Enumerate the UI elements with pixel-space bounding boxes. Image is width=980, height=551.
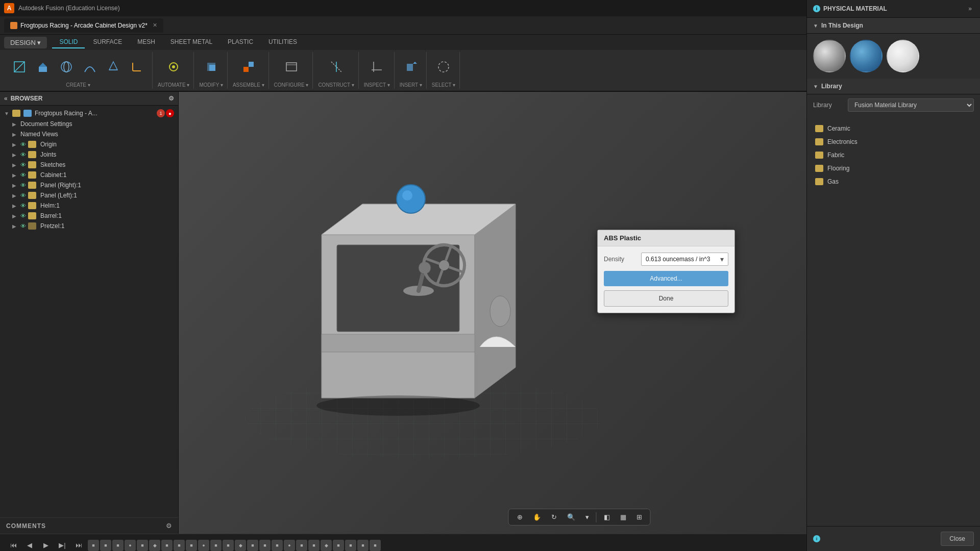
timeline-op-13[interactable]: ◆	[235, 540, 246, 551]
timeline-op-15[interactable]: ■	[259, 540, 271, 551]
tab-close-button[interactable]: ✕	[153, 22, 157, 29]
timeline-op-8[interactable]: ■	[174, 540, 185, 551]
assemble-button[interactable]	[237, 54, 260, 80]
environment-button[interactable]: ⊞	[632, 511, 646, 523]
eye-icon-helm[interactable]: 👁	[20, 203, 26, 209]
tab-utilities[interactable]: UTILITIES	[261, 36, 304, 48]
close-panel-button[interactable]: Close	[941, 532, 974, 546]
visual-style-button[interactable]: ▦	[616, 511, 630, 523]
comments-section[interactable]: COMMENTS ⚙	[0, 517, 178, 534]
tab-plastic[interactable]: PLASTIC	[220, 36, 260, 48]
timeline-op-9[interactable]: ■	[186, 540, 197, 551]
timeline-op-19[interactable]: ■	[308, 540, 320, 551]
timeline-op-22[interactable]: ■	[345, 540, 356, 551]
timeline-op-4[interactable]: ●	[125, 540, 136, 551]
timeline-op-6[interactable]: ◆	[149, 540, 160, 551]
in-this-design-section[interactable]: ▼ In This Design	[807, 18, 980, 34]
timeline-op-17[interactable]: ●	[284, 540, 295, 551]
insert-button[interactable]	[400, 54, 422, 80]
orbit-button[interactable]: ↻	[547, 511, 561, 523]
timeline-op-23[interactable]: ■	[357, 540, 369, 551]
timeline-op-3[interactable]: ■	[112, 540, 124, 551]
timeline-op-24[interactable]: ■	[370, 540, 381, 551]
zoom-button[interactable]: 🔍	[563, 511, 579, 523]
timeline-first-button[interactable]: ⏮	[6, 538, 20, 552]
select-button[interactable]	[432, 54, 455, 80]
timeline-op-1[interactable]: ■	[88, 540, 99, 551]
tab-sheet-metal[interactable]: SHEET METAL	[163, 36, 219, 48]
eye-icon-pretzel[interactable]: 👁	[20, 223, 26, 229]
pan-button[interactable]: ✋	[529, 511, 545, 523]
advanced-button[interactable]: Advanced...	[604, 271, 728, 286]
tree-item-cabinet[interactable]: ▶ 👁 Cabinet:1	[8, 170, 178, 180]
tree-item-origin[interactable]: ▶ 👁 Origin	[8, 139, 178, 149]
extrude-button[interactable]	[32, 54, 54, 80]
tab-surface[interactable]: SURFACE	[86, 36, 129, 48]
timeline-op-12[interactable]: ■	[223, 540, 234, 551]
eye-icon-panel-right[interactable]: 👁	[20, 182, 26, 188]
panel-expand-button[interactable]: »	[966, 4, 974, 13]
display-mode-button[interactable]: ◧	[600, 511, 614, 523]
tree-item-panel-right[interactable]: ▶ 👁 Panel (Right):1	[8, 180, 178, 190]
timeline-last-button[interactable]: ⏭	[71, 538, 86, 552]
category-ceramic[interactable]: Ceramic	[807, 122, 980, 135]
timeline-op-7[interactable]: ■	[161, 540, 173, 551]
browser-collapse-button[interactable]: «	[4, 95, 8, 102]
timeline-next-button[interactable]: ▶|	[55, 538, 69, 552]
eye-icon-cabinet[interactable]: 👁	[20, 172, 26, 178]
zoom-dropdown[interactable]: ▾	[581, 511, 593, 523]
loft-button[interactable]	[102, 54, 125, 80]
timeline-op-16[interactable]: ■	[272, 540, 283, 551]
tree-item-named-views[interactable]: ▶ Named Views	[8, 129, 178, 139]
eye-icon-panel-left[interactable]: 👁	[20, 192, 26, 198]
tree-item-sketches[interactable]: ▶ 👁 Sketches	[8, 160, 178, 170]
category-flooring[interactable]: Flooring	[807, 162, 980, 175]
density-input[interactable]: 0.613 ouncemass / in^3 ▾	[641, 253, 728, 266]
library-section-header[interactable]: ▼ Library	[807, 79, 980, 94]
tab-solid[interactable]: SOLID	[52, 36, 85, 48]
timeline-play-button[interactable]: ▶	[39, 538, 53, 552]
active-tab[interactable]: Frogtopus Racing - Arcade Cabinet Design…	[4, 18, 163, 33]
timeline-prev-button[interactable]: ◀	[22, 538, 37, 552]
revolve-button[interactable]	[55, 54, 78, 80]
timeline-op-20[interactable]: ◆	[321, 540, 332, 551]
tree-item-helm[interactable]: ▶ 👁 Helm:1	[8, 201, 178, 211]
browser-settings-icon[interactable]: ⚙	[168, 95, 174, 102]
material-swatch-white[interactable]	[887, 40, 919, 72]
timeline-op-11[interactable]: ■	[210, 540, 222, 551]
timeline-op-18[interactable]: ■	[296, 540, 307, 551]
timeline-op-2[interactable]: ■	[100, 540, 111, 551]
design-mode-button[interactable]: DESIGN ▾	[4, 37, 47, 48]
category-gas[interactable]: Gas	[807, 175, 980, 188]
tree-item-pretzel[interactable]: ▶ 👁 Pretzel:1	[8, 221, 178, 231]
tree-item-doc-settings[interactable]: ▶ Document Settings	[8, 119, 178, 129]
timeline-op-10[interactable]: ●	[198, 540, 209, 551]
timeline-op-21[interactable]: ■	[333, 540, 344, 551]
automate-button[interactable]	[162, 54, 185, 80]
timeline-op-5[interactable]: ■	[137, 540, 148, 551]
inspect-button[interactable]	[365, 54, 388, 80]
density-dropdown-icon[interactable]: ▾	[720, 255, 724, 263]
category-fabric[interactable]: Fabric	[807, 148, 980, 162]
sweep-button[interactable]	[79, 54, 101, 80]
eye-icon-barrel[interactable]: 👁	[20, 213, 26, 219]
done-button[interactable]: Done	[604, 290, 728, 307]
tree-item-panel-left[interactable]: ▶ 👁 Panel (Left):1	[8, 190, 178, 201]
category-electronics[interactable]: Electronics	[807, 135, 980, 148]
eye-icon-sketches[interactable]: 👁	[20, 162, 26, 168]
material-swatch-metal[interactable]	[813, 40, 846, 72]
eye-icon-joints[interactable]: 👁	[20, 152, 26, 158]
material-swatch-blue[interactable]	[850, 40, 883, 72]
library-dropdown[interactable]: Fusion Material Library	[848, 98, 974, 112]
tree-item-root[interactable]: ▼ Frogtopus Racing - A... 1 ●	[0, 108, 178, 119]
tab-mesh[interactable]: MESH	[130, 36, 162, 48]
construct-button[interactable]	[325, 54, 348, 80]
configure-button[interactable]	[280, 54, 303, 80]
comments-settings-icon[interactable]: ⚙	[166, 522, 172, 530]
tree-item-joints[interactable]: ▶ 👁 Joints	[8, 149, 178, 160]
timeline-op-14[interactable]: ■	[247, 540, 258, 551]
tree-item-barrel[interactable]: ▶ 👁 Barrel:1	[8, 211, 178, 221]
fillet-button[interactable]	[126, 54, 148, 80]
eye-icon-origin[interactable]: 👁	[20, 141, 26, 147]
modify-button[interactable]	[200, 54, 223, 80]
